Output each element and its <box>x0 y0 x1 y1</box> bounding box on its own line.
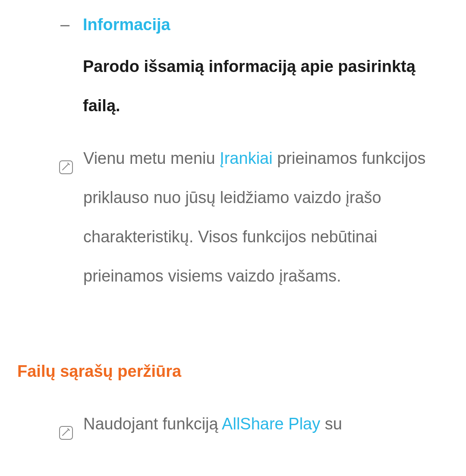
note2-highlight: AllShare Play <box>222 415 320 433</box>
note-text-2: Naudojant funkciją AllShare Play su <box>83 404 449 455</box>
svg-rect-1 <box>60 426 72 439</box>
note-prefix: Vienu metu meniu <box>83 149 220 167</box>
svg-rect-0 <box>60 161 72 174</box>
note-icon <box>58 139 83 296</box>
note-highlight: Įrankiai <box>220 149 273 167</box>
list-item: – Informacija Parodo išsamią informaciją… <box>9 5 449 126</box>
note-icon <box>58 404 83 455</box>
note2-suffix: su <box>320 415 342 433</box>
list-item-content: Informacija Parodo išsamią informaciją a… <box>83 5 449 126</box>
note2-prefix: Naudojant funkciją <box>83 415 222 433</box>
dash-bullet: – <box>9 5 83 126</box>
section-heading: Failų sąrašų peržiūra <box>9 352 449 391</box>
item-title: Informacija <box>83 5 449 44</box>
note-text: Vienu metu meniu Įrankiai prieinamos fun… <box>83 139 449 296</box>
note-block-2: Naudojant funkciją AllShare Play su <box>9 404 449 455</box>
note-block: Vienu metu meniu Įrankiai prieinamos fun… <box>9 139 449 296</box>
note-suffix: prieinamos funkcijos priklauso nuo jūsų … <box>83 149 425 285</box>
item-description: Parodo išsamią informaciją apie pasirink… <box>83 47 449 125</box>
